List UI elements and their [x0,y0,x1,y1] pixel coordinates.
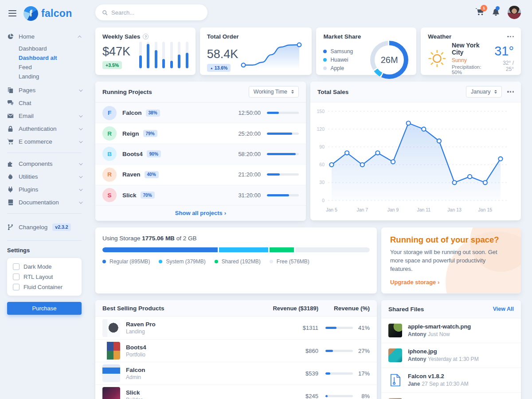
hamburger-menu-icon[interactable] [7,9,18,18]
sidebar-item-pages[interactable]: Pages [7,84,82,97]
storage-legend: Regular (895MB)System (379MB)Shared (192… [102,258,370,265]
flame-icon [7,173,14,180]
total-sales-menu-button[interactable] [507,89,514,94]
sidebar-item-authentication[interactable]: Authentication [7,122,82,135]
working-time-select[interactable]: Working Time [249,86,299,98]
weather-card: Weather New York City [421,27,521,75]
storage-legend-item: Regular (895MB) [102,258,150,265]
brand-name: falcon [41,8,72,20]
file-name[interactable]: Falcon v1.8.2 [408,373,469,379]
project-name[interactable]: Slick [122,192,137,199]
settings-option-rtl-layout[interactable]: RTL Layout [13,274,76,280]
sidebar-item-home[interactable]: Home [7,30,82,43]
legend-dot [323,50,327,53]
nav-block: Components [7,157,82,170]
sidebar-subitem-dashboard-alt[interactable]: Dashboard alt [19,53,82,63]
changelog-label: Changelog [19,224,47,231]
svg-text:150: 150 [317,109,325,114]
svg-text:120: 120 [317,126,325,132]
product-category[interactable]: Portfolio [126,352,270,358]
checkbox[interactable] [13,284,20,290]
file-time: Yesterday at 1:30 PM [428,356,478,362]
svg-text:Jan 5: Jan 5 [326,207,337,212]
falcon-logo-icon: f [23,6,38,21]
best-selling-card: Best Selling Products Revenue ($3189) Re… [95,300,377,399]
weather-menu-button[interactable] [507,34,514,39]
envelope-icon [7,113,14,119]
project-name[interactable]: Falcon [122,110,142,116]
product-name[interactable]: Slick [126,389,270,396]
total-order-badge: ▲ 13.6% [207,64,231,72]
cart-button[interactable]: 1 [476,8,484,18]
sidebar-item-plugins[interactable]: Plugins [7,183,82,196]
best-selling-title: Best Selling Products [102,305,270,312]
checkbox[interactable] [13,274,20,280]
brand-logo[interactable]: f falcon [23,6,72,21]
chevron-icon [79,126,82,130]
project-name[interactable]: Reign [122,130,139,137]
project-name[interactable]: Boots4 [122,151,143,157]
user-avatar[interactable] [508,6,521,19]
settings-heading: Settings [7,247,82,254]
promo-title: Running out of your space? [390,235,512,245]
sidebar-subitem-landing[interactable]: Landing [19,72,82,81]
sidebar-item-documentation[interactable]: Documentation [7,196,82,209]
weekly-sales-chart [139,42,188,69]
file-name[interactable]: iphone.jpg [408,348,479,355]
settings-card: Dark Mode RTL Layout Fluid Container [7,258,82,296]
upgrade-storage-link[interactable]: Upgrade storage › [390,279,439,286]
file-thumbnail [388,324,402,337]
weekly-sales-bar [186,42,188,68]
file-time: 27 Sep at 10:30 AM [422,381,468,387]
sidebar-item-changelog[interactable]: Changelog v2.3.2 [7,218,82,236]
puzzle-icon [7,160,14,167]
product-name[interactable]: Raven Pro [126,321,270,328]
chevron-icon [79,174,82,178]
product-price: $245 [270,393,318,399]
storage-segment [295,247,370,252]
nav-divider [7,153,82,153]
sidebar-item-components[interactable]: Components [7,157,82,170]
file-row: apple-smart-watch.png AntonyJust Now [381,318,521,343]
checkbox[interactable] [13,263,20,270]
running-projects-card: Running Projects Working Time F Falcon 3… [95,82,306,221]
sidebar-item-utilities[interactable]: Utilities [7,170,82,183]
show-all-projects-link[interactable]: Show all projects› [95,205,306,221]
product-thumbnail [102,364,120,382]
cart-badge: 1 [481,5,487,12]
project-time: 21:20:00 [238,171,261,178]
storage-legend-item: System (379MB) [159,258,205,265]
project-time: 31:20:00 [238,192,261,199]
sidebar-item-chat[interactable]: Chat [7,97,82,110]
purchase-button[interactable]: Purchase [7,302,82,315]
product-category[interactable]: Admin [126,374,270,380]
settings-option-fluid-container[interactable]: Fluid Container [13,284,76,290]
search-input[interactable] [111,9,201,16]
sidebar-subitem-dashboard[interactable]: Dashboard [19,44,82,53]
shared-files-card: Shared Files View All apple-smart-watch.… [381,300,521,399]
help-icon[interactable]: ? [143,34,149,39]
product-name[interactable]: Falcon [126,367,270,373]
view-all-link[interactable]: View All [493,306,514,312]
sidebar-subitem-feed[interactable]: Feed [19,63,82,72]
product-name[interactable]: Boots4 [126,344,270,351]
settings-option-dark-mode[interactable]: Dark Mode [13,263,76,270]
product-revenue-pct: 41% [353,325,370,331]
notifications-button[interactable] [492,8,500,18]
product-thumbnail [102,387,120,399]
storage-legend-item: Shared (192MB) [215,258,261,265]
bottom-row: Best Selling Products Revenue ($3189) Re… [95,300,521,399]
sidebar-item-email[interactable]: Email [7,110,82,122]
sidebar-item-e-commerce[interactable]: E commerce [7,135,82,148]
file-time: Just Now [428,331,450,337]
file-name[interactable]: apple-smart-watch.png [408,323,471,330]
product-category[interactable]: Landing [126,329,270,335]
best-selling-list: Raven Pro Landing $1311 41% Boots4 Portf… [95,317,377,399]
month-select[interactable]: January [466,86,502,98]
weather-title: Weather [428,33,451,40]
product-category[interactable]: Builder [126,397,270,399]
product-revenue-pct: 17% [353,370,370,377]
svg-text:Jan 13: Jan 13 [447,207,462,212]
weather-city: New York City [452,42,489,56]
project-name[interactable]: Raven [122,171,141,178]
